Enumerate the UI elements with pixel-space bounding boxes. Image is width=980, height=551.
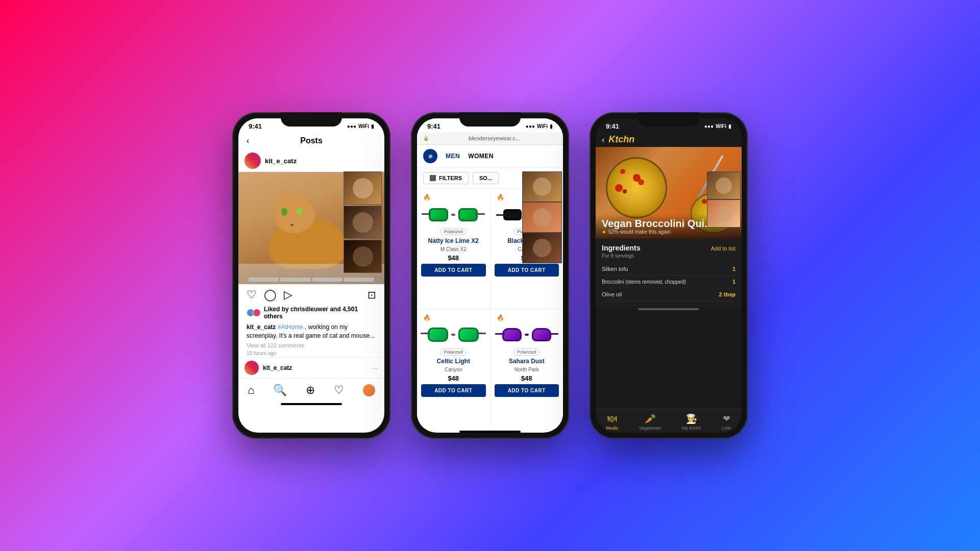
post-time: 10 hours ago [238,349,384,357]
vegetarian-icon: 🥕 [645,413,656,424]
phone-screen: 9:41 ●●● WiFi ▮ ‹ Posts kit_e_catz [238,118,384,433]
status-icons: ●●● WiFi ▮ [526,123,553,129]
nav-lists-label: Lists [722,425,731,431]
product-sub: North Park [514,367,539,372]
servings-info: For 8 servings [602,253,736,259]
ktchn-header: ‹ Ktchn [596,132,742,147]
home-nav-button[interactable]: ⌂ [248,384,254,397]
tomato [620,169,625,174]
profile-nav-button[interactable] [363,384,375,396]
add-to-cart-button[interactable]: ADD TO CART [421,384,486,397]
commenter-name: kit_e_catz [263,364,292,371]
nav-women[interactable]: WOMEN [468,153,494,160]
ingredient-name: Broccolini (stems removed, chopped) [602,279,686,285]
bottom-nav: ⌂ 🔍 ⊕ ♡ [238,378,384,401]
product-card: 🔥 Polarized Celtic Light Canyon $48 [417,309,490,429]
video-thumb-2 [522,202,562,233]
phone-ktchn: 9:41 ●●● WiFi ▮ ‹ Ktchn [590,112,748,439]
sort-label: SO... [479,175,492,181]
caption-username: kit_e_catz [247,323,276,331]
add-to-list-button[interactable]: Add to list [711,245,736,252]
add-to-cart-button[interactable]: ADD TO CART [421,264,486,277]
like-avatar-2 [253,309,261,317]
commenter-avatar [244,361,259,375]
ingredient-qty: 1 [732,279,736,285]
app-brand: Ktchn [608,134,634,145]
video-call-thumbnails [707,171,742,228]
product-image [428,323,479,346]
sort-button[interactable]: SO... [473,172,499,184]
save-button[interactable]: ⊡ [368,289,376,301]
nav-meals[interactable]: 🍽 Meals [606,414,618,431]
filter-icon [430,175,436,181]
product-sub: M Class X2 [440,246,467,252]
hot-badge: 🔥 [423,194,431,201]
comment-more[interactable]: ··· [372,364,378,372]
likes-info: Liked by chrisdieuwer and 4,501 others [238,306,384,322]
home-indicator [459,431,521,433]
quiche-visual [606,157,667,218]
star-icon: ★ [602,229,606,235]
nav-lists[interactable]: ❤ Lists [722,413,731,431]
lens-left [429,208,448,221]
polarized-badge: Polarized [440,348,467,356]
battery-icon: ▮ [728,123,731,129]
phone-eyewear: 9:41 ●●● WiFi ▮ 🔒 blenderseyewear.c... ⊘… [411,112,569,439]
add-to-cart-button[interactable]: ADD TO CART [495,264,559,277]
wifi-icon: WiFi [537,123,548,129]
battery-icon: ▮ [371,123,374,129]
shop-logo: ⊘ [423,149,437,163]
product-price: $48 [448,374,459,382]
ingredient-qty: 1 [732,266,736,272]
product-name: Natty Ice Lime X2 [428,237,479,244]
browser-url[interactable]: blenderseyewear.c... [432,135,557,141]
filters-button[interactable]: FILTERS [423,172,469,184]
video-thumb-1 [344,171,382,205]
heart-nav-button[interactable]: ♡ [334,384,344,397]
status-icons: ●●● WiFi ▮ [704,123,731,129]
ingredient-qty: 2 tbsp [719,291,736,297]
add-to-cart-button[interactable]: ADD TO CART [495,384,559,397]
sg-arm-left [422,213,431,215]
product-image [501,323,552,346]
nav-vegetarian[interactable]: 🥕 Vegetarian [639,413,661,431]
lens-left [428,328,448,342]
back-button[interactable]: ‹ [602,135,604,144]
view-comments[interactable]: View all 122 comments [238,341,384,349]
product-name: Sahara Dust [509,358,545,365]
share-button[interactable]: ▷ [284,288,292,302]
ig-username[interactable]: kit_e_catz [265,157,297,165]
ingredient-item: Olive oil 2 tbsp [602,288,736,301]
lists-icon: ❤ [723,413,730,424]
product-price: $48 [521,374,532,382]
add-nav-button[interactable]: ⊕ [306,384,315,397]
nav-my-ktchn[interactable]: 👨‍🍳 My Ktchn [682,413,701,431]
hot-badge: 🔥 [423,314,431,321]
likes-avatars [247,309,261,317]
filters-label: FILTERS [439,175,462,181]
avatar[interactable] [244,153,261,169]
lens-left [502,328,522,341]
sg-arm-left [495,333,504,335]
comment-button[interactable]: ◯ [264,288,277,302]
polarized-badge: Polarized [513,348,540,356]
polarized-badge: Polarized [440,228,467,235]
phone-screen: 9:41 ●●● WiFi ▮ 🔒 blenderseyewear.c... ⊘… [417,118,563,433]
shop-nav: ⊘ MEN WOMEN [417,145,563,168]
back-button[interactable]: ‹ [247,136,249,145]
status-time: 9:41 [606,122,619,130]
tomato [638,179,644,185]
video-call-thumbnails [522,171,563,263]
caption-hashtag[interactable]: #AtHome [278,323,303,331]
signal-icon: ●●● [347,123,356,129]
nav-men[interactable]: MEN [446,153,460,160]
rating-text: 62% would make this again [608,229,671,235]
face [716,206,732,222]
ingredients-header: Ingredients Add to list [602,244,736,252]
like-button[interactable]: ♡ [247,288,257,302]
sg-arm-right [476,213,485,215]
search-nav-button[interactable]: 🔍 [273,384,287,397]
signal-icon: ●●● [526,123,535,129]
my-ktchn-icon: 👨‍🍳 [686,413,697,424]
video-call-thumbnails [344,171,384,273]
